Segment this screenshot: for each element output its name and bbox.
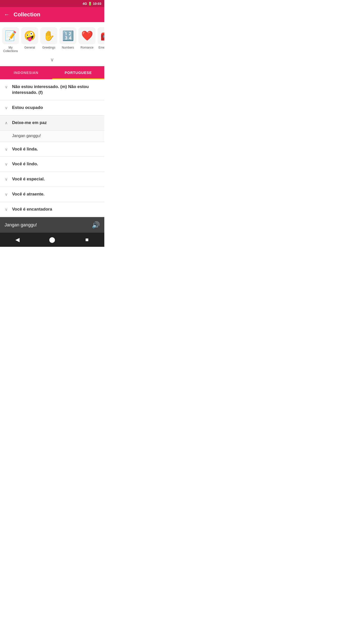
app-bar: ← Collection [0, 7, 104, 22]
phrase-row-phrase-3[interactable]: ∧ Deixe-me em paz [0, 115, 104, 131]
phrase-chevron-phrase-1: ∨ [4, 85, 9, 89]
phrase-text-phrase-8: Você é encantadora [12, 207, 100, 212]
category-icon-romance: ❤️ [78, 27, 96, 44]
phrase-list: ∨ Não estou interessado. (m) Não estou i… [0, 79, 104, 217]
tab-label-indonesian: INDONESIAN [14, 71, 38, 75]
tab-indonesian[interactable]: INDONESIAN [0, 66, 52, 79]
phrase-chevron-phrase-7: ∨ [4, 192, 9, 197]
phrase-row-phrase-2[interactable]: ∨ Estou ocupado [0, 100, 104, 115]
phrase-expanded-phrase-3: Jangan ganggu! [0, 131, 104, 142]
phrase-chevron-phrase-6: ∨ [4, 177, 9, 182]
category-item-numbers[interactable]: 🔢 Numbers [59, 26, 76, 51]
category-icon-numbers: 🔢 [59, 27, 76, 44]
nav-home-button[interactable]: ⬤ [47, 235, 57, 245]
phrase-text-phrase-3: Deixe-me em paz [12, 120, 100, 126]
signal-indicator: 4G [82, 2, 87, 6]
nav-recents-button[interactable]: ■ [82, 235, 92, 245]
category-row: 📝 My Collections 🤪 General ✋ Greetings 🔢… [0, 26, 104, 55]
nav-bar: ◀ ⬤ ■ [0, 233, 104, 247]
category-label-numbers: Numbers [62, 46, 74, 49]
phrase-row-phrase-5[interactable]: ∨ Você é lindo. [0, 157, 104, 172]
battery-icon: 🔋 [88, 2, 92, 6]
phrase-chevron-phrase-8: ∨ [4, 207, 9, 212]
status-icons: 4G 🔋 10:03 [82, 2, 101, 6]
category-label-greetings: Greetings [42, 46, 55, 49]
category-icon-emergency: 🧰 [98, 27, 104, 44]
phrase-row-phrase-6[interactable]: ∨ Você é especial. [0, 172, 104, 187]
phrase-chevron-phrase-2: ∨ [4, 105, 9, 110]
expand-categories[interactable]: ∨ [0, 55, 104, 65]
category-label-emergency: Emergency [99, 46, 104, 49]
back-button[interactable]: ← [4, 11, 10, 18]
phrase-row-phrase-7[interactable]: ∨ Você é atraente. [0, 187, 104, 202]
category-item-emergency[interactable]: 🧰 Emergency [98, 26, 104, 51]
category-item-general[interactable]: 🤪 General [21, 26, 38, 51]
phrase-row-phrase-1[interactable]: ∨ Não estou interessado. (m) Não estou i… [0, 79, 104, 100]
tab-portuguese[interactable]: PORTUGUESE [52, 66, 105, 79]
audio-phrase-text: Jangan ganggu! [5, 222, 37, 228]
category-section: 📝 My Collections 🤪 General ✋ Greetings 🔢… [0, 22, 104, 66]
category-item-romance[interactable]: ❤️ Romance [78, 26, 96, 51]
phrase-text-phrase-7: Você é atraente. [12, 191, 100, 197]
audio-speaker-icon[interactable]: 🔊 [92, 221, 100, 229]
nav-back-button[interactable]: ◀ [12, 235, 22, 245]
time-display: 10:03 [93, 2, 101, 6]
category-icon-general: 🤪 [21, 27, 38, 44]
page-title: Collection [14, 11, 40, 18]
category-label-my-collections: My Collections [3, 46, 18, 53]
bottom-audio-bar[interactable]: Jangan ganggu! 🔊 [0, 217, 104, 233]
phrase-text-phrase-4: Você é linda. [12, 146, 100, 152]
category-icon-greetings: ✋ [40, 27, 57, 44]
phrase-text-phrase-1: Não estou interessado. (m) Não estou int… [12, 84, 100, 96]
category-item-my-collections[interactable]: 📝 My Collections [2, 26, 19, 55]
phrase-text-phrase-6: Você é especial. [12, 176, 100, 182]
phrase-chevron-phrase-4: ∨ [4, 147, 9, 152]
phrase-text-phrase-2: Estou ocupado [12, 105, 100, 111]
phrase-chevron-phrase-5: ∨ [4, 162, 9, 167]
phrase-row-phrase-8[interactable]: ∨ Você é encantadora [0, 202, 104, 217]
phrase-chevron-phrase-3: ∧ [4, 120, 9, 125]
chevron-down-icon: ∨ [50, 57, 54, 63]
tabs-bar: INDONESIANPORTUGUESE [0, 66, 104, 79]
phrase-row-phrase-4[interactable]: ∨ Você é linda. [0, 142, 104, 157]
category-item-greetings[interactable]: ✋ Greetings [40, 26, 57, 51]
phrase-text-phrase-5: Você é lindo. [12, 161, 100, 167]
status-bar: 4G 🔋 10:03 [0, 0, 104, 7]
category-icon-my-collections: 📝 [2, 27, 19, 44]
tab-label-portuguese: PORTUGUESE [65, 71, 92, 75]
category-label-general: General [24, 46, 35, 49]
category-label-romance: Romance [80, 46, 93, 49]
